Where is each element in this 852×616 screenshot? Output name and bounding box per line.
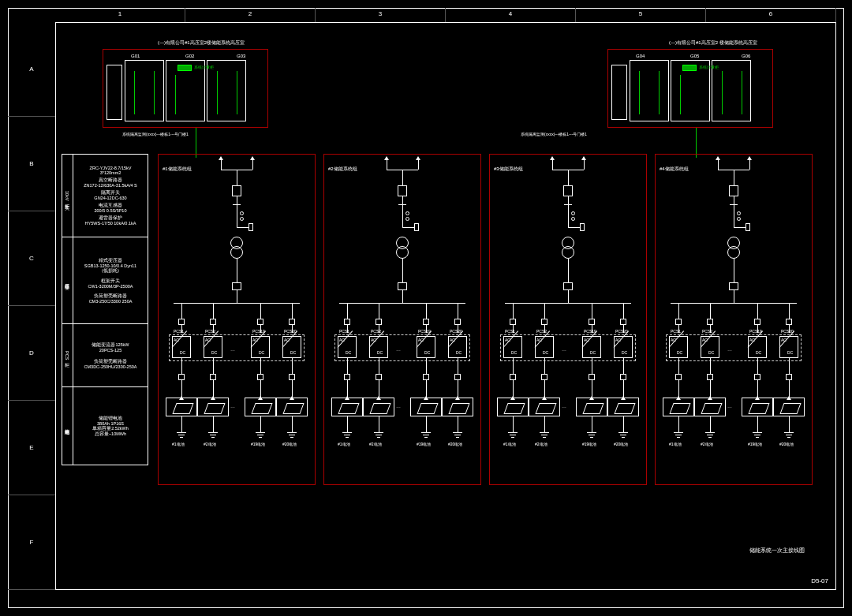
battery-box: [410, 398, 442, 416]
pcs-label: PCS20: [615, 329, 628, 334]
spec-tx: 箱式变压器 SGB13-1250-10/0.4 Dyn11 (低损耗): [76, 258, 145, 274]
spec-breaker: 真空断路器 ZN172-12/630A-31.5kA/4 S: [76, 177, 145, 188]
row-b: B: [8, 117, 55, 211]
hv-left-side: [106, 65, 122, 120]
hv-right-title: (---)有限公司#1高压室2 楼储能系统高压室: [669, 39, 757, 47]
battery-box: [773, 398, 805, 416]
pcs-label: PCS2: [205, 329, 215, 334]
cab-g01-box: [125, 60, 164, 121]
row-f: F: [8, 495, 55, 590]
batt-label: #2电池: [701, 442, 713, 446]
col-2: 2: [185, 8, 316, 22]
spec-pcs: 储能变流器125kW 20PCS-125: [76, 342, 145, 353]
battery-box: [742, 398, 773, 416]
meter-left-icon: [178, 65, 192, 71]
spec-cable: ZRC-YJV22-8.7/15kV 3*120mm2: [76, 166, 145, 175]
pcs-label: PCS19: [252, 329, 265, 334]
ruler-top: 1 2 3 4 5 6: [55, 8, 836, 22]
batt-label: #1电池: [338, 442, 350, 446]
row-e: E: [8, 401, 55, 495]
battery-box: [663, 398, 694, 416]
battery-box: [442, 398, 473, 416]
batt-label: #1电池: [172, 442, 185, 446]
pcs-label: PCS1: [505, 329, 515, 334]
hv-right-side: [611, 65, 627, 120]
battery-box: [276, 398, 308, 416]
cab-g02: G02: [185, 54, 194, 58]
drawing-title: 储能系统一次主接线图: [749, 547, 805, 554]
branch-title-2: #2储能系统组: [328, 166, 357, 173]
battery-box: [607, 398, 639, 416]
batt-label: #1电池: [669, 442, 682, 446]
cab-g05: G05: [690, 54, 699, 58]
meter-left-lbl: 系统计量柜: [194, 65, 214, 69]
cab-g06: G06: [742, 54, 750, 58]
hv-left-title: (---)有限公司#1高压室2楼储能系统高压室: [158, 39, 245, 47]
batt-label: #2电池: [369, 442, 382, 446]
battery-box: [245, 398, 276, 416]
batt-label: #20电池: [614, 442, 628, 446]
branch-title-1: #1储能系统组: [163, 166, 192, 173]
batt-label: #19电池: [251, 442, 265, 446]
batt-label: #1电池: [503, 442, 516, 446]
spec-batt: 储能锂电池 380Ah 1P16S 单箱容量2.52kWh 总容量~10MWh: [76, 416, 145, 437]
batt-label: #19电池: [748, 442, 762, 446]
cab-g03: G03: [237, 54, 245, 58]
col-1: 1: [55, 8, 185, 22]
batt-label: #20电池: [448, 442, 462, 446]
battery-box: [197, 398, 229, 416]
spec-mccb: 负荷塑壳断路器 CM3-250C/3300 250A: [76, 293, 145, 304]
battery-box: [497, 398, 529, 416]
batt-label: #2电池: [204, 442, 216, 446]
row-c: C: [8, 211, 55, 306]
drawing-no: D5-07: [811, 577, 828, 584]
battery-box: [331, 398, 363, 416]
pcs-label: PCS20: [781, 329, 794, 334]
branch-title-4: #4储能系统组: [660, 166, 689, 173]
batt-label: #20电池: [282, 442, 297, 446]
batt-label: #19电池: [582, 442, 596, 446]
spec-pcsmccb: 负荷塑壳断路器 CM3DC-250HU/2300-250A: [76, 359, 145, 369]
col-5: 5: [576, 8, 706, 22]
meter-right-icon: [682, 65, 697, 71]
spec-arr: 避雷器保护 HY5WS-17/50 10kA/0.1kA: [76, 215, 145, 226]
pcs-label: PCS19: [749, 329, 762, 334]
meter-right-lbl: 系统计量柜: [699, 65, 719, 69]
cab-g04-box: [630, 60, 669, 121]
row-a: A: [8, 22, 55, 117]
cab-g04: G04: [636, 54, 645, 58]
pcs-label: PCS2: [536, 329, 547, 334]
branch-title-3: #3储能系统组: [494, 166, 523, 173]
battery-box: [166, 398, 197, 416]
pcs-label: PCS19: [584, 329, 596, 334]
col-6: 6: [706, 8, 836, 22]
spec-iso: 隔离开关 GN24-12DC-630: [76, 190, 145, 200]
ruler-left: A B C D E F: [8, 22, 55, 590]
pcs-label: PCS19: [418, 329, 431, 334]
pcs-label: PCS1: [174, 329, 184, 334]
pcs-label: PCS20: [450, 329, 462, 334]
grp3: PCS柜: [62, 324, 73, 386]
pcs-label: PCS1: [339, 329, 349, 334]
pcs-label: PCS1: [671, 329, 681, 334]
battery-box: [694, 398, 726, 416]
cab-g01: G01: [131, 54, 140, 58]
battery-box: [363, 398, 394, 416]
row-d: D: [8, 306, 55, 401]
grp4: 储能电池: [62, 387, 73, 465]
grp1: 10kV开关柜: [62, 155, 73, 237]
pcs-label: PCS20: [284, 329, 297, 334]
hv-right-sub: 系统隔离监测(xxxx)---楼栋1---号门楼1: [521, 132, 587, 136]
col-4: 4: [446, 8, 576, 22]
batt-label: #2电池: [535, 442, 547, 446]
hv-left-sub: 系统隔离监测(xxxx)---楼栋1---号门楼1: [122, 132, 189, 136]
spec-lvbrk: 框架开关 CW1-3200M/3P-2500A: [76, 278, 145, 289]
batt-label: #20电池: [779, 442, 794, 446]
pcs-label: PCS2: [702, 329, 712, 334]
col-3: 3: [316, 8, 446, 22]
battery-box: [529, 398, 560, 416]
grp2: 变压器组: [62, 237, 73, 323]
battery-box: [576, 398, 607, 416]
pcs-label: PCS2: [371, 329, 381, 334]
spec-table: 10kV开关柜 ZRC-YJV22-8.7/15kV 3*120mm2 真空断路…: [62, 154, 148, 465]
